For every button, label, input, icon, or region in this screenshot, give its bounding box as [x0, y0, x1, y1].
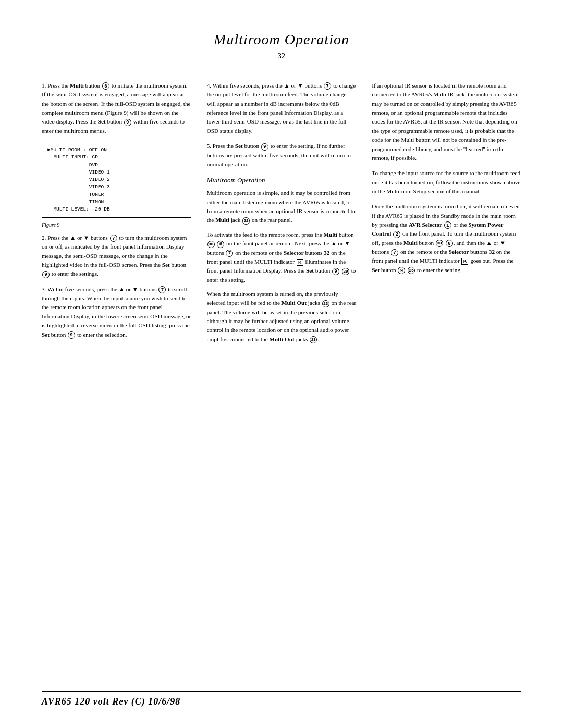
page-number: 32 [42, 52, 521, 60]
multiroom-operation-text: Multiroom operation is simple, and it ma… [207, 189, 357, 225]
num-32a: 32 [324, 250, 329, 256]
selector-bold-1: Selector [284, 250, 304, 256]
circle-6a: 6 [102, 82, 109, 90]
circle-2a: 2 [393, 231, 400, 238]
circle-30b: 30 [436, 240, 443, 247]
square-k-1: K [297, 259, 303, 266]
system-on-text: When the multiroom system is turned on, … [207, 290, 357, 344]
multi-bold: Multi [70, 82, 84, 89]
item-2: 2. Press the ▲ or ▼ buttons 7 to turn th… [42, 233, 191, 279]
circle-6b: 6 [217, 241, 224, 248]
circle-9a: 9 [124, 119, 131, 126]
column-1: 1. Press the Multi button 6 to initiate … [42, 81, 191, 348]
circle-1a: 1 [444, 221, 451, 229]
circle-23a: 23 [322, 300, 329, 307]
set-bold-6: Set [372, 267, 380, 273]
page-title: Multiroom Operation [42, 31, 521, 48]
display-line-1: ►MULTI ROOM : OFF ON [47, 146, 186, 154]
multi-out-bold-1: Multi Out [282, 300, 307, 306]
display-box: ►MULTI ROOM : OFF ON MULTI INPUT: CD DVD… [42, 142, 191, 218]
avr-selector-bold: AVR Selector [409, 221, 442, 228]
subheading-multiroom: Multiroom Operation [207, 175, 357, 186]
circle-7d: 7 [226, 250, 233, 257]
activate-feed-text: To activate the feed to the remote room,… [207, 230, 357, 285]
ir-sensor-text: If an optional IR sensor is located in t… [372, 81, 521, 163]
multi-bold-3: Multi [323, 231, 337, 238]
display-line-8: TIMON [47, 199, 186, 206]
column-3: If an optional IR sensor is located in t… [372, 81, 521, 348]
footer-text: AVR65 120 volt Rev (C) 10/6/98 [42, 696, 180, 707]
circle-9e: 9 [332, 268, 339, 275]
multi-bold-4: Multi [403, 240, 418, 246]
set-bold-3: Set [42, 331, 50, 338]
item-5-text: 5. Press the Set button 9 to enter the s… [207, 142, 357, 169]
circle-9d: 9 [261, 143, 268, 151]
circle-23b: 23 [310, 336, 317, 343]
circle-29a: 29 [342, 268, 349, 275]
set-bold-5: Set [306, 267, 314, 274]
set-bold-1: Set [98, 118, 106, 125]
selector-bold-2: Selector [449, 249, 469, 255]
circle-22: 22 [242, 217, 250, 225]
num-32b: 32 [489, 249, 495, 255]
display-line-7: TUNER [47, 191, 186, 199]
item-4: 4. Within five seconds, press the ▲ or ▼… [207, 81, 357, 135]
square-k-2: K [461, 258, 468, 265]
multi-bold-2: Multi [215, 217, 229, 223]
circle-9c: 9 [68, 331, 75, 339]
standby-text: Once the multiroom system is turned on, … [372, 202, 521, 275]
item-5: 5. Press the Set button 9 to enter the s… [207, 142, 357, 169]
display-line-5: VIDEO 2 [47, 176, 186, 183]
circle-6c: 6 [446, 240, 453, 247]
circle-7e: 7 [391, 249, 398, 256]
circle-25: 25 [408, 267, 415, 274]
item-1: 1. Press the Multi button 6 to initiate … [42, 81, 191, 135]
item-1-text: 1. Press the Multi button 6 to initiate … [42, 81, 191, 135]
column-2: 4. Within five seconds, press the ▲ or ▼… [207, 81, 357, 348]
circle-30a: 30 [207, 241, 215, 248]
set-bold-2: Set [162, 262, 170, 268]
display-line-9: MULTI LEVEL: -20 DB [47, 206, 186, 213]
change-input-text: To change the input source for the sourc… [372, 169, 521, 196]
item-2-text: 2. Press the ▲ or ▼ buttons 7 to turn th… [42, 233, 191, 279]
item-3-text: 3. Within five seconds, press the ▲ or ▼… [42, 285, 191, 339]
display-line-3: DVD [47, 162, 186, 169]
circle-9b: 9 [42, 271, 50, 278]
multi-out-bold-2: Multi Out [270, 336, 295, 342]
circle-7a: 7 [110, 235, 117, 242]
footer: AVR65 120 volt Rev (C) 10/6/98 [42, 691, 521, 707]
display-line-2: MULTI INPUT: CD [47, 154, 186, 161]
figure-label: Figure 9 [42, 221, 191, 229]
content-area: 1. Press the Multi button 6 to initiate … [42, 81, 521, 348]
set-bold-4: Set [235, 143, 243, 149]
circle-7b: 7 [158, 286, 166, 293]
circle-7c: 7 [324, 82, 331, 90]
item-3: 3. Within five seconds, press the ▲ or ▼… [42, 285, 191, 339]
page: Multiroom Operation 32 1. Press the Mult… [0, 0, 563, 728]
display-line-6: VIDEO 3 [47, 183, 186, 191]
item-4-text: 4. Within five seconds, press the ▲ or ▼… [207, 81, 357, 135]
display-line-4: VIDEO 1 [47, 169, 186, 176]
circle-9f: 9 [398, 267, 405, 274]
